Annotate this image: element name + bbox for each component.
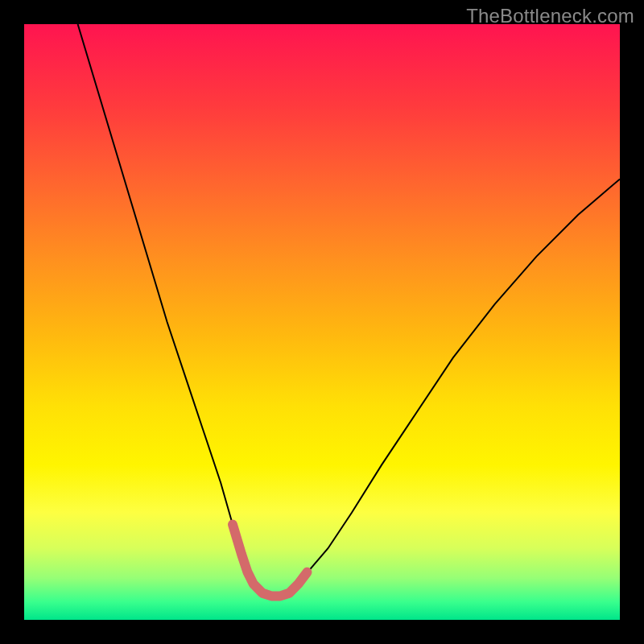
plot-area [24, 24, 620, 620]
curve-layer [24, 24, 620, 620]
watermark-text: TheBottleneck.com [466, 5, 634, 27]
chart-frame: TheBottleneck.com [0, 0, 644, 644]
optimal-zone-overlay [233, 525, 308, 597]
bottleneck-curve [78, 24, 620, 596]
